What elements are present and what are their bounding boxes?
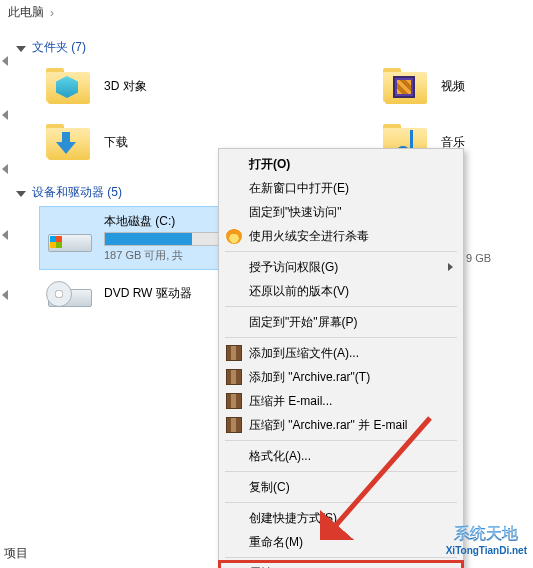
archive-icon: [226, 369, 242, 385]
breadcrumb-location: 此电脑: [8, 4, 44, 21]
menu-separator: [225, 251, 457, 252]
menu-label: 重命名(M): [249, 534, 303, 551]
menu-restore-previous[interactable]: 还原以前的版本(V): [219, 279, 463, 303]
tree-expand-icon[interactable]: [2, 110, 8, 120]
menu-pin-start[interactable]: 固定到"开始"屏幕(P): [219, 310, 463, 334]
drive-info: DVD RW 驱动器: [104, 285, 192, 302]
menu-open-new-window[interactable]: 在新窗口中打开(E): [219, 176, 463, 200]
menu-label: 创建快捷方式(S): [249, 510, 337, 527]
watermark-title: 系统天地: [446, 524, 527, 545]
drive-icon: [46, 220, 94, 256]
menu-label: 授予访问权限(G): [249, 259, 338, 276]
menu-label: 复制(C): [249, 479, 290, 496]
menu-label: 打开(O): [249, 156, 290, 173]
watermark: 系统天地 XiTongTianDi.net: [446, 524, 527, 556]
drive-subtext-fragment: 9 GB: [466, 252, 491, 264]
archive-icon: [226, 345, 242, 361]
menu-separator: [225, 440, 457, 441]
menu-open[interactable]: 打开(O): [219, 152, 463, 176]
menu-separator: [225, 337, 457, 338]
menu-add-to-archive[interactable]: 添加到压缩文件(A)...: [219, 341, 463, 365]
submenu-arrow-icon: [448, 263, 453, 271]
tree-expand-icon[interactable]: [2, 230, 8, 240]
menu-create-shortcut[interactable]: 创建快捷方式(S): [219, 506, 463, 530]
menu-label: 属性(R): [249, 565, 290, 569]
chevron-right-icon: ›: [50, 6, 54, 20]
menu-add-to-archive-rar[interactable]: 添加到 "Archive.rar"(T): [219, 365, 463, 389]
folder-downloads[interactable]: 下载: [40, 118, 197, 166]
menu-label: 格式化(A)...: [249, 448, 311, 465]
tree-expand-icon[interactable]: [2, 164, 8, 174]
menu-label: 还原以前的版本(V): [249, 283, 349, 300]
menu-label: 固定到"快速访问": [249, 204, 342, 221]
menu-copy[interactable]: 复制(C): [219, 475, 463, 499]
context-menu: 打开(O) 在新窗口中打开(E) 固定到"快速访问" 使用火绒安全进行杀毒 授予…: [218, 148, 464, 568]
folder-icon: [383, 66, 431, 106]
menu-label: 在新窗口中打开(E): [249, 180, 349, 197]
dvd-drive-icon: [46, 275, 94, 311]
breadcrumb[interactable]: 此电脑 ›: [0, 0, 533, 25]
folder-label: 3D 对象: [104, 78, 147, 95]
folder-3d-objects[interactable]: 3D 对象: [40, 62, 197, 110]
menu-grant-access[interactable]: 授予访问权限(G): [219, 255, 463, 279]
folder-videos[interactable]: 视频: [377, 62, 534, 110]
menu-label: 添加到 "Archive.rar"(T): [249, 369, 370, 386]
menu-separator: [225, 306, 457, 307]
menu-separator: [225, 557, 457, 558]
menu-separator: [225, 471, 457, 472]
menu-compress-rar-email[interactable]: 压缩到 "Archive.rar" 并 E-mail: [219, 413, 463, 437]
group-title: 设备和驱动器 (5): [32, 184, 122, 201]
tree-expand-icon[interactable]: [2, 290, 8, 300]
caret-down-icon: [16, 46, 26, 52]
menu-properties[interactable]: 属性(R): [219, 561, 463, 568]
menu-rename[interactable]: 重命名(M): [219, 530, 463, 554]
menu-compress-email[interactable]: 压缩并 E-mail...: [219, 389, 463, 413]
caret-down-icon: [16, 191, 26, 197]
download-icon: [56, 132, 78, 154]
archive-icon: [226, 417, 242, 433]
disc-icon: [46, 281, 72, 307]
menu-label: 压缩并 E-mail...: [249, 393, 332, 410]
flame-icon: [226, 228, 242, 244]
menu-pin-quick-access[interactable]: 固定到"快速访问": [219, 200, 463, 224]
watermark-subtitle: XiTongTianDi.net: [446, 545, 527, 556]
tree-expand-icon[interactable]: [2, 56, 8, 66]
menu-label: 压缩到 "Archive.rar" 并 E-mail: [249, 417, 408, 434]
archive-icon: [226, 393, 242, 409]
menu-huorong-scan[interactable]: 使用火绒安全进行杀毒: [219, 224, 463, 248]
folder-label: 视频: [441, 78, 465, 95]
windows-logo-icon: [50, 236, 62, 248]
menu-format[interactable]: 格式化(A)...: [219, 444, 463, 468]
folder-icon: [46, 122, 94, 162]
drive-name: DVD RW 驱动器: [104, 285, 192, 302]
video-icon: [393, 76, 415, 98]
menu-label: 使用火绒安全进行杀毒: [249, 228, 369, 245]
group-title: 文件夹 (7): [32, 39, 86, 56]
folder-icon: [46, 66, 94, 106]
group-header-folders[interactable]: 文件夹 (7): [0, 29, 533, 62]
menu-label: 固定到"开始"屏幕(P): [249, 314, 358, 331]
folder-label: 下载: [104, 134, 128, 151]
menu-label: 添加到压缩文件(A)...: [249, 345, 359, 362]
status-bar-label: 项目: [0, 545, 28, 562]
menu-separator: [225, 502, 457, 503]
